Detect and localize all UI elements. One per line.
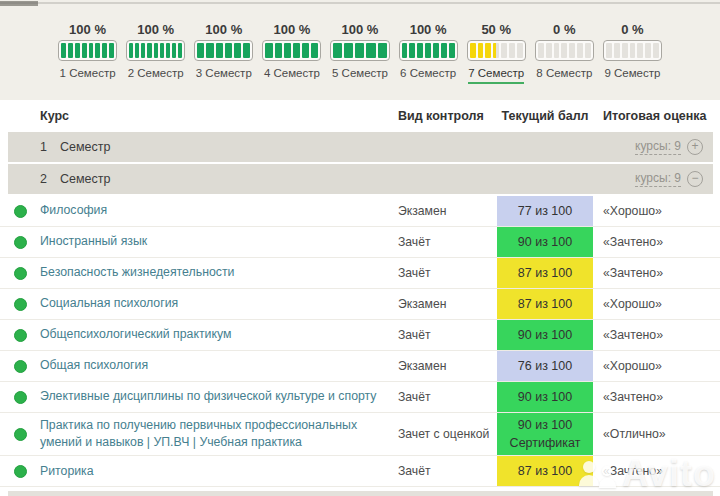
- semester-percent-label: 0 %: [621, 22, 643, 37]
- final-grade-cell: «Хорошо»: [593, 351, 720, 381]
- semester-tab-8[interactable]: 0 %8 Семестр: [535, 22, 594, 84]
- semester-tab-9[interactable]: 0 %9 Семестр: [603, 22, 662, 84]
- group-controls: курсы: 9−: [635, 171, 703, 187]
- group-controls: курсы: 9+: [635, 139, 703, 155]
- course-name-link[interactable]: Элективные дисциплины по физической куль…: [40, 388, 377, 405]
- collapse-icon[interactable]: −: [687, 171, 703, 187]
- progress-segment: [546, 43, 552, 58]
- status-dot-icon: [14, 465, 27, 478]
- course-row[interactable]: ФилософияЭкзамен77 из 100«Хорошо»: [0, 196, 720, 227]
- control-type-cell: Зачёт: [398, 227, 497, 257]
- semester-tab-3[interactable]: 100 %3 Семестр: [194, 22, 253, 84]
- progress-segment: [470, 43, 476, 58]
- course-row[interactable]: Безопасность жизнедеятельностиЗачёт87 из…: [0, 258, 720, 289]
- course-name-link[interactable]: Иностранный язык: [40, 233, 147, 250]
- course-row[interactable]: Иностранный языкЗачёт90 из 100«Зачтено»: [0, 227, 720, 258]
- progress-segment: [109, 43, 114, 58]
- progress-segment: [402, 43, 408, 58]
- progress-segment: [630, 43, 636, 58]
- semester-progress-list: 100 %1 Семестр100 %2 Семестр100 %3 Семес…: [58, 22, 662, 84]
- progress-segment: [645, 43, 651, 58]
- semester-tab-4[interactable]: 100 %4 Семестр: [262, 22, 321, 84]
- progress-segment: [206, 43, 213, 58]
- semester-tab-6[interactable]: 100 %6 Семестр: [399, 22, 458, 84]
- course-name-link[interactable]: Риторика: [40, 463, 94, 480]
- final-grade-cell: «Зачтено»: [593, 382, 720, 412]
- control-type-cell: Зачёт: [398, 382, 497, 412]
- course-row[interactable]: Элективные дисциплины по физической куль…: [0, 382, 720, 413]
- progress-segment: [275, 43, 282, 58]
- course-name-link[interactable]: Безопасность жизнедеятельности: [40, 264, 234, 281]
- semester-percent-label: 0 %: [553, 22, 575, 37]
- current-score-cell: 90 из 100: [497, 382, 593, 412]
- progress-segment: [68, 43, 73, 58]
- score-value: 90 из 100: [518, 416, 572, 434]
- progress-segment: [172, 43, 176, 58]
- top-divider: [0, 2, 720, 4]
- control-type-cell: Зачет с оценкой: [398, 413, 497, 455]
- course-row[interactable]: Общепсихологический практикумЗачёт90 из …: [0, 320, 720, 351]
- semester-tab-label[interactable]: 7 Семестр: [468, 67, 524, 84]
- course-table: Курс Вид контроля Текущий балл Итоговая …: [0, 100, 720, 496]
- progress-segment: [478, 43, 484, 58]
- course-row[interactable]: Общая психологияЭкзамен76 из 100«Хорошо»: [0, 351, 720, 382]
- progress-segment: [129, 43, 133, 58]
- progress-segment: [441, 43, 447, 58]
- progress-segment: [344, 43, 353, 58]
- control-type-cell: Зачёт: [398, 320, 497, 350]
- status-dot-icon: [14, 329, 27, 342]
- status-dot-icon: [14, 267, 27, 280]
- semester-group-row: 2Семестркурсы: 9−: [8, 164, 713, 194]
- expand-icon[interactable]: +: [687, 139, 703, 155]
- progress-segment: [493, 43, 499, 58]
- semester-tab-label[interactable]: 8 Семестр: [536, 67, 592, 82]
- course-name-link[interactable]: Философия: [40, 202, 107, 219]
- control-type-cell: Экзамен: [398, 196, 497, 226]
- semester-percent-label: 100 %: [205, 22, 242, 37]
- semester-tab-label[interactable]: 1 Семестр: [60, 67, 116, 82]
- progress-segment: [417, 43, 423, 58]
- semester-progress-bar: [467, 40, 526, 61]
- progress-segment: [95, 43, 100, 58]
- semester-tab-label[interactable]: 5 Семестр: [332, 67, 388, 82]
- progress-segment: [82, 43, 87, 58]
- course-name-link[interactable]: Практика по получению первичных професси…: [40, 417, 388, 451]
- semester-tab-7[interactable]: 50 %7 Семестр: [467, 22, 526, 84]
- progress-segment: [606, 43, 612, 58]
- table-header-row: Курс Вид контроля Текущий балл Итоговая …: [0, 100, 720, 132]
- semester-tab-2[interactable]: 100 %2 Семестр: [126, 22, 185, 84]
- semester-tab-label[interactable]: 4 Семестр: [264, 67, 320, 82]
- course-row[interactable]: Практика по получению первичных професси…: [0, 413, 720, 456]
- course-row[interactable]: РиторикаЗачёт87 из 100«Зачтено»: [0, 456, 720, 487]
- status-dot-icon: [14, 298, 27, 311]
- courses-count-link[interactable]: курсы: 9: [635, 139, 681, 154]
- semester-tab-5[interactable]: 100 %5 Семестр: [330, 22, 389, 84]
- progress-segment: [178, 43, 182, 58]
- semester-progress-bar: [58, 40, 117, 61]
- semester-progress-bar: [126, 40, 185, 61]
- semester-percent-label: 100 %: [410, 22, 447, 37]
- progress-segment: [509, 43, 515, 58]
- course-name-link[interactable]: Общепсихологический практикум: [40, 326, 231, 343]
- control-type-cell: Зачёт: [398, 456, 497, 486]
- semester-progress-bar: [330, 40, 389, 61]
- progress-segment: [501, 43, 507, 58]
- course-name-cell: Иностранный язык: [0, 227, 398, 257]
- progress-segment: [561, 43, 567, 58]
- score-value: 90 из 100: [518, 233, 572, 251]
- semester-tab-label[interactable]: 3 Семестр: [196, 67, 252, 82]
- courses-count-link[interactable]: курсы: 9: [635, 171, 681, 186]
- next-row-edge: [8, 491, 713, 496]
- current-score-cell: 87 из 100: [497, 289, 593, 319]
- semester-progress-bar: [194, 40, 253, 61]
- semester-tab-label[interactable]: 2 Семестр: [128, 67, 184, 82]
- course-name-cell: Общепсихологический практикум: [0, 320, 398, 350]
- course-name-link[interactable]: Общая психология: [40, 357, 148, 374]
- progress-segment: [225, 43, 232, 58]
- semester-group-row: 1Семестркурсы: 9+: [8, 132, 713, 162]
- semester-tab-1[interactable]: 100 %1 Семестр: [58, 22, 117, 84]
- semester-tab-label[interactable]: 9 Семестр: [604, 67, 660, 82]
- course-row[interactable]: Социальная психологияЭкзамен87 из 100«Хо…: [0, 289, 720, 320]
- semester-tab-label[interactable]: 6 Семестр: [400, 67, 456, 82]
- course-name-link[interactable]: Социальная психология: [40, 295, 178, 312]
